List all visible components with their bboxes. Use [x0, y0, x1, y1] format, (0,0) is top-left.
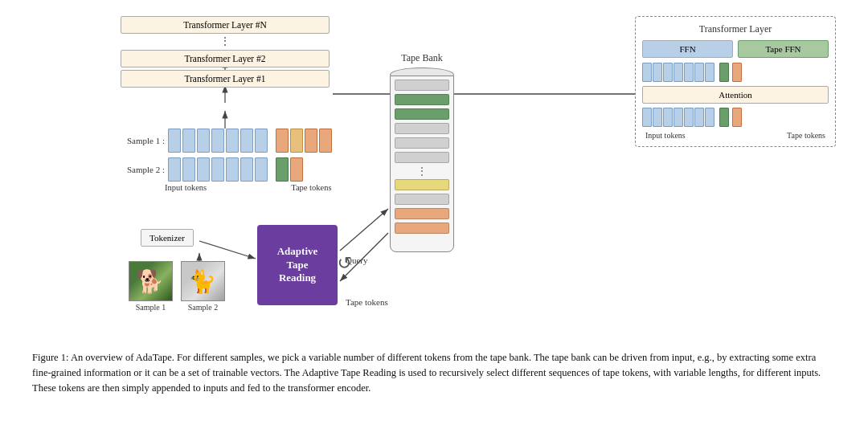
cyl-slot-4: [395, 123, 449, 134]
token-s2-1: [168, 157, 181, 182]
token-s1-7: [255, 129, 268, 153]
cylinder: ⋮: [390, 67, 454, 260]
sample2-token-row: Sample 2 :: [121, 157, 426, 182]
rt-ffn-row: FFN Tape FFN: [642, 40, 829, 58]
sample2-img-label: Sample 2: [181, 303, 225, 312]
token-s1-t2: [290, 129, 303, 153]
transformer-layer-n: Transformer Layer #N: [121, 16, 330, 34]
transformer-layer-2: Transformer Layer #2: [121, 50, 330, 67]
transformer-stack: Transformer Layer #N ⋮ Transformer Layer…: [121, 16, 330, 90]
cyl-dots: ⋮: [417, 166, 427, 176]
cyl-slot-10: [395, 223, 449, 234]
svg-line-6: [199, 241, 256, 259]
page: Transformer Layer #N ⋮ Transformer Layer…: [0, 0, 868, 441]
token-s2-t1: [276, 157, 289, 182]
tape-tokens-arrow-label: Tape tokens: [346, 297, 388, 307]
rt-a-t4: [674, 108, 683, 127]
tokenizer-box: Tokenizer: [141, 229, 194, 247]
diagram: Transformer Layer #N ⋮ Transformer Layer…: [24, 8, 844, 345]
tokens-area: Sample 1 : Sample 2 :: [121, 129, 426, 186]
atr-label: AdaptiveTapeReading: [277, 245, 318, 286]
sample1-img-label: Sample 1: [129, 303, 173, 312]
sample-images: Sample 1 Sample 2: [129, 261, 225, 312]
dog-image: [129, 261, 173, 301]
atr-box: AdaptiveTapeReading: [257, 225, 338, 305]
tape-bank-area: Tape Bank ⋮: [386, 52, 458, 260]
transformer-layer-1: Transformer Layer #1: [121, 70, 330, 88]
rt-t5: [684, 63, 694, 82]
token-s2-5: [226, 157, 239, 182]
cyl-slot-8: [395, 194, 449, 205]
rt-a-orange: [732, 108, 742, 127]
token-row-labels: Input tokens Tape tokens: [121, 183, 426, 192]
cycle-arrow-icon: ↻: [338, 253, 352, 274]
rt-t-orange: [732, 63, 742, 82]
sample1-label: Sample 1 :: [121, 136, 165, 145]
rt-tape-tokens-label: Tape tokens: [787, 131, 825, 140]
rt-t7: [705, 63, 714, 82]
token-s1-5: [226, 129, 239, 153]
rt-a-t3: [663, 108, 673, 127]
sample2-label: Sample 2 :: [121, 165, 165, 174]
rt-input-tokens-label: Input tokens: [645, 131, 686, 140]
rt-t1: [642, 63, 652, 82]
rt-a-t5: [684, 108, 694, 127]
sample1-token-row: Sample 1 :: [121, 129, 426, 153]
token-s1-4: [211, 129, 224, 153]
cyl-slot-9: [395, 208, 449, 219]
token-s1-t4: [319, 129, 332, 153]
cyl-slot-7: [395, 179, 449, 190]
transformer-dots: ⋮: [121, 36, 330, 47]
token-s2-2: [182, 157, 195, 182]
rt-t3: [663, 63, 673, 82]
caption-text: Figure 1: An overview of AdaTape. For di…: [32, 352, 821, 394]
svg-line-7: [340, 209, 388, 251]
token-s2-4: [211, 157, 224, 182]
token-s2-7: [255, 157, 268, 182]
cyl-slot-2: [395, 94, 449, 105]
rt-t4: [674, 63, 683, 82]
token-s1-1: [168, 129, 181, 153]
input-tokens-label: Input tokens: [165, 183, 207, 192]
token-s1-2: [182, 129, 195, 153]
cat-image: [181, 261, 225, 301]
token-s1-t1: [276, 129, 289, 153]
rt-ffn-box: FFN: [642, 40, 733, 58]
rt-a-t2: [653, 108, 662, 127]
cyl-slot-5: [395, 137, 449, 149]
rt-bottom-labels: Input tokens Tape tokens: [642, 131, 829, 140]
rt-t-green: [719, 63, 729, 82]
rt-a-t1: [642, 108, 652, 127]
rt-tape-ffn-box: Tape FFN: [738, 40, 829, 58]
rt-t6: [694, 63, 704, 82]
rt-a-t6: [694, 108, 704, 127]
token-s2-t2: [290, 157, 303, 182]
cyl-slot-3: [395, 108, 449, 120]
caption: Figure 1: An overview of AdaTape. For di…: [24, 345, 844, 395]
token-s1-t3: [305, 129, 317, 153]
rt-token-row-2: [642, 108, 829, 127]
right-transformer-detail: Transformer Layer FFN Tape FFN: [635, 16, 836, 147]
rt-a-t7: [705, 108, 714, 127]
cyl-slot-1: [395, 80, 449, 91]
cyl-slot-6: [395, 152, 449, 163]
rt-title: Transformer Layer: [642, 23, 829, 35]
rt-attention-box: Attention: [642, 86, 829, 104]
token-s2-3: [197, 157, 210, 182]
cylinder-body: ⋮: [390, 76, 454, 252]
tape-tokens-label: Tape tokens: [291, 183, 331, 192]
token-s2-6: [240, 157, 253, 182]
token-s1-3: [197, 129, 210, 153]
rt-t2: [653, 63, 662, 82]
tape-bank-label: Tape Bank: [386, 52, 458, 64]
rt-a-green: [719, 108, 729, 127]
rt-token-row-1: [642, 63, 829, 82]
token-s1-6: [240, 129, 253, 153]
